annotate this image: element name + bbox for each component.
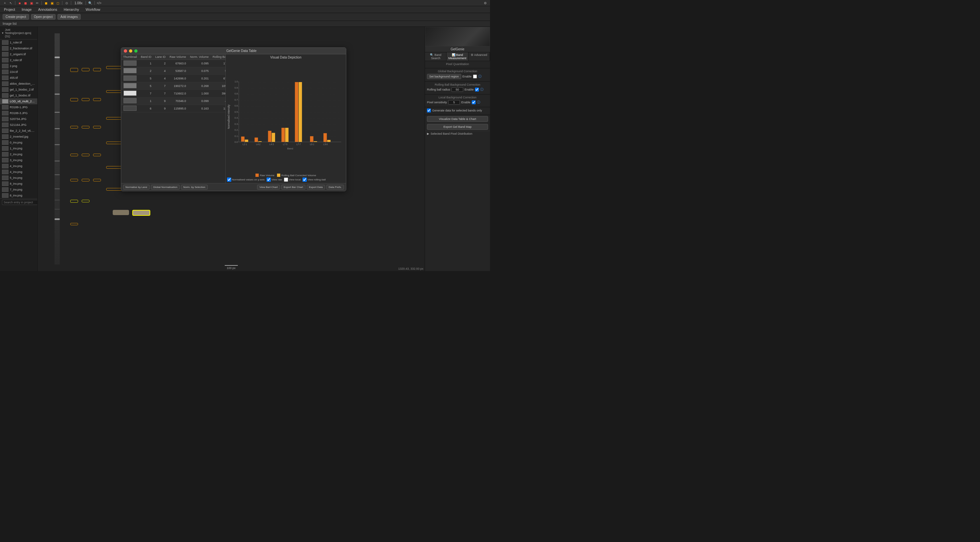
sidebar-item-2inverted[interactable]: 2_inverted.jpg: [0, 134, 37, 140]
sidebar-item-4inv-a[interactable]: 4_inv.png: [0, 163, 37, 169]
band-overlay[interactable]: [70, 98, 78, 101]
export-gel-band-map-button[interactable]: Export Gel Band Map: [427, 124, 488, 130]
table-row[interactable]: 7 7 710602.0 1.000 398971.0: [121, 90, 226, 97]
band-overlay[interactable]: [70, 126, 78, 129]
menu-annotations[interactable]: Annotations: [37, 7, 59, 12]
bright-band-selected[interactable]: [132, 210, 150, 216]
view-rolling-checkbox[interactable]: [302, 177, 307, 182]
band-overlay[interactable]: [82, 154, 89, 156]
menu-project[interactable]: Project: [3, 7, 16, 12]
export-data-button[interactable]: Export Data: [307, 185, 325, 190]
rolling-ball-enable-checkbox[interactable]: [475, 88, 479, 91]
norm-by-selection-button[interactable]: Norm. by Selection: [181, 185, 208, 190]
normalise-by-lane-button[interactable]: Normalise by Lane: [123, 185, 150, 190]
sidebar-item-8inv-b[interactable]: 8_inv.png: [0, 193, 37, 198]
sidebar-item-r3188-1[interactable]: R3188-1.JPG: [0, 104, 37, 110]
sidebar-item-s21164[interactable]: S21164.JPG: [0, 122, 37, 128]
sidebar-item-lod-active[interactable]: LOD_v8_multi_2.png: [0, 99, 37, 104]
band-overlay[interactable]: [93, 179, 101, 182]
menu-hierarchy[interactable]: Hierarchy: [62, 7, 80, 12]
window-close-button[interactable]: [124, 49, 127, 53]
sidebar-item-1inv[interactable]: 1_inv.png: [0, 145, 37, 151]
table-row[interactable]: 2 4 53587.0 0.075 5545.0: [121, 67, 226, 75]
table-row[interactable]: 1 2 67663.0 0.095 17685.0: [121, 60, 226, 67]
local-bg-enable-checkbox[interactable]: [472, 100, 476, 104]
normalised-values-checkbox[interactable]: [227, 177, 231, 182]
global-bg-enable-checkbox[interactable]: [473, 75, 477, 78]
sidebar-item-1ruler[interactable]: 1_ruler.tif: [0, 40, 37, 45]
local-bg-info-icon[interactable]: ⓘ: [477, 100, 480, 105]
pixel-sensitivity-input[interactable]: [448, 100, 460, 105]
toolbar-icon-settings[interactable]: ⚙: [483, 1, 487, 5]
band-overlay[interactable]: [70, 179, 78, 182]
band-overlay[interactable]: [70, 68, 78, 72]
toolbar-icon-cursor[interactable]: ↖: [8, 1, 13, 5]
sidebar-item-2ruler[interactable]: 2_ruler.tif: [0, 57, 37, 63]
sidebar-item-0inv[interactable]: 0_inv.png: [0, 140, 37, 145]
toolbar-icon-red2[interactable]: ◼: [23, 1, 28, 5]
sidebar-item-2origami[interactable]: 2_origami.tif: [0, 51, 37, 57]
sidebar-item-gel1[interactable]: gel_1_biodoc.tif: [0, 92, 37, 99]
sidebar-item-455[interactable]: 455.tif: [0, 75, 37, 81]
band-overlay-yellow[interactable]: [70, 200, 78, 202]
view-bart-chart-button[interactable]: View Bart Chart: [257, 185, 280, 190]
menu-workflow[interactable]: Workflow: [84, 7, 102, 12]
global-bg-info-icon[interactable]: ⓘ: [478, 74, 482, 79]
table-row[interactable]: 6 9 115895.0 0.163 13098.0: [121, 105, 226, 112]
table-row[interactable]: 1 9 70346.0 0.099 4991.0: [121, 97, 226, 105]
band-overlay[interactable]: [82, 179, 89, 182]
generate-data-checkbox[interactable]: [427, 108, 431, 112]
table-row[interactable]: 5 7 190272.0 0.268 105205.0: [121, 82, 226, 90]
create-project-button[interactable]: Create project: [3, 14, 29, 20]
toolbar-icon-plus[interactable]: +: [3, 1, 7, 5]
search-input[interactable]: [2, 200, 38, 205]
band-overlay[interactable]: [70, 223, 78, 225]
open-project-button[interactable]: Open project: [31, 14, 56, 20]
toolbar-icon-red3[interactable]: ▣: [29, 1, 33, 5]
sidebar-item-2inv[interactable]: 2_inv.png: [0, 151, 37, 157]
tab-advanced[interactable]: ⚙ Advanced: [468, 52, 490, 61]
zoom-level[interactable]: 1.08x: [73, 1, 84, 5]
toolbar-icon-pencil[interactable]: ✏: [35, 1, 40, 5]
toolbar-icon-orange[interactable]: ◼: [44, 1, 48, 5]
sidebar-item-5inv[interactable]: 5_inv.png: [0, 175, 37, 181]
visualize-data-button[interactable]: Visualize Data Table & Chart: [427, 116, 488, 122]
sidebar-item-224[interactable]: 224.tif: [0, 69, 37, 75]
band-overlay[interactable]: [93, 126, 101, 129]
tab-band-measurement[interactable]: 📊 Band Measurement: [447, 52, 468, 61]
toolbar-icon-code[interactable]: </>: [97, 1, 101, 5]
sidebar-item-tbe[interactable]: tbe_2_2_lod_v6.png: [0, 128, 37, 134]
selected-band-dist-row[interactable]: ▶ Selected Band Pixel Distribution: [425, 131, 490, 136]
toolbar-icon-red1[interactable]: ■: [18, 1, 22, 5]
view-local-checkbox[interactable]: [284, 177, 288, 182]
band-overlay[interactable]: [93, 68, 101, 71]
tab-band-search[interactable]: 🔍 Band Search: [425, 52, 447, 61]
sidebar-item-8inv-a[interactable]: 8_inv.png: [0, 181, 37, 187]
add-images-button[interactable]: Add images: [57, 14, 81, 20]
sidebar-item-gel1-2[interactable]: gel_1_biodoc_2.tif: [0, 87, 37, 92]
band-overlay[interactable]: [93, 154, 101, 156]
sidebar-item-aldos[interactable]: aldos_detection_LOD_v7_2_1_inv.png: [0, 81, 37, 87]
sidebar-item-7inv[interactable]: 7_inv.png: [0, 187, 37, 193]
table-row[interactable]: 5 4 142696.0 0.201 67172.0: [121, 75, 226, 82]
band-overlay-yellow[interactable]: [82, 200, 89, 202]
export-bar-chart-button[interactable]: Export Bar Chart: [281, 185, 305, 190]
toolbar-icon-orange3[interactable]: ◻: [56, 1, 60, 5]
toolbar-icon-circle[interactable]: ⊙: [64, 1, 69, 5]
band-overlay[interactable]: [82, 98, 89, 101]
window-maximize-button[interactable]: [134, 49, 137, 53]
sidebar-item-4inv-b[interactable]: 4_inv.png: [0, 169, 37, 175]
band-overlay[interactable]: [93, 98, 101, 101]
toolbar-icon-search[interactable]: 🔍: [88, 1, 92, 5]
toolbar-icon-orange2[interactable]: ▣: [50, 1, 54, 5]
rolling-ball-radius-input[interactable]: [452, 87, 463, 92]
menu-image[interactable]: Image: [20, 7, 33, 12]
sidebar-item-s20734[interactable]: S20734.JPG: [0, 116, 37, 122]
sidebar-item-3inv[interactable]: 3_inv.png: [0, 157, 37, 163]
view-raw-checkbox[interactable]: [267, 177, 271, 182]
sidebar-item-2png[interactable]: 2.png: [0, 63, 37, 69]
set-background-region-button[interactable]: Set background region: [427, 74, 461, 79]
band-overlay[interactable]: [82, 126, 89, 129]
band-overlay[interactable]: [82, 68, 89, 71]
data-prefs-button[interactable]: Data Prefs.: [326, 185, 344, 190]
